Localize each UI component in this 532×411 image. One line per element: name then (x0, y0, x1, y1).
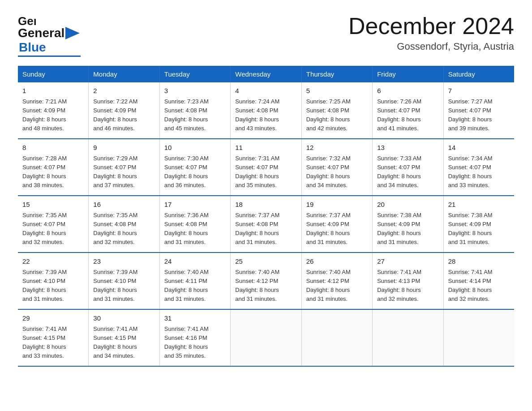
calendar-cell: 1 Sunrise: 7:21 AM Sunset: 4:09 PM Dayli… (18, 82, 89, 139)
day-number: 24 (164, 257, 226, 267)
logo: General General Blue (18, 13, 81, 57)
logo-underline (18, 56, 81, 57)
day-number: 25 (235, 257, 296, 267)
day-number: 30 (93, 313, 154, 324)
calendar-cell: 7 Sunrise: 7:27 AM Sunset: 4:07 PM Dayli… (443, 82, 514, 139)
day-info: Sunrise: 7:29 AM Sunset: 4:07 PM Dayligh… (93, 154, 154, 190)
day-headers-row: Sunday Monday Tuesday Wednesday Thursday… (18, 66, 514, 82)
calendar-cell: 14 Sunrise: 7:34 AM Sunset: 4:07 PM Dayl… (443, 139, 514, 196)
day-info: Sunrise: 7:41 AM Sunset: 4:15 PM Dayligh… (22, 325, 84, 361)
day-info: Sunrise: 7:40 AM Sunset: 4:11 PM Dayligh… (164, 268, 226, 304)
logo-arrow-icon (65, 27, 80, 39)
calendar-cell: 28 Sunrise: 7:41 AM Sunset: 4:14 PM Dayl… (443, 253, 514, 309)
svg-marker-1 (65, 27, 80, 39)
day-info: Sunrise: 7:26 AM Sunset: 4:07 PM Dayligh… (377, 97, 438, 133)
calendar-cell: 30 Sunrise: 7:41 AM Sunset: 4:15 PM Dayl… (89, 309, 159, 366)
calendar-cell: 26 Sunrise: 7:40 AM Sunset: 4:12 PM Dayl… (301, 253, 372, 309)
calendar-header: Sunday Monday Tuesday Wednesday Thursday… (18, 66, 514, 82)
page-title: December 2024 (348, 13, 514, 39)
day-number: 15 (22, 200, 84, 210)
calendar-cell: 23 Sunrise: 7:39 AM Sunset: 4:10 PM Dayl… (89, 253, 159, 309)
day-number: 10 (164, 143, 226, 153)
day-number: 22 (22, 257, 84, 267)
day-number: 13 (377, 143, 438, 153)
day-info: Sunrise: 7:33 AM Sunset: 4:07 PM Dayligh… (377, 154, 438, 190)
title-area: December 2024 Gossendorf, Styria, Austri… (348, 13, 514, 52)
day-info: Sunrise: 7:22 AM Sunset: 4:09 PM Dayligh… (93, 97, 154, 133)
day-info: Sunrise: 7:40 AM Sunset: 4:12 PM Dayligh… (306, 268, 368, 304)
calendar-week-row: 1 Sunrise: 7:21 AM Sunset: 4:09 PM Dayli… (18, 82, 514, 139)
day-info: Sunrise: 7:40 AM Sunset: 4:12 PM Dayligh… (235, 268, 296, 304)
calendar-cell: 25 Sunrise: 7:40 AM Sunset: 4:12 PM Dayl… (231, 253, 301, 309)
calendar-cell: 6 Sunrise: 7:26 AM Sunset: 4:07 PM Dayli… (373, 82, 443, 139)
day-info: Sunrise: 7:28 AM Sunset: 4:07 PM Dayligh… (22, 154, 84, 190)
day-number: 23 (93, 257, 154, 267)
header-sunday: Sunday (18, 66, 89, 82)
calendar-cell: 9 Sunrise: 7:29 AM Sunset: 4:07 PM Dayli… (89, 139, 159, 196)
calendar-cell: 5 Sunrise: 7:25 AM Sunset: 4:08 PM Dayli… (301, 82, 372, 139)
day-info: Sunrise: 7:30 AM Sunset: 4:07 PM Dayligh… (164, 154, 226, 190)
calendar-cell: 31 Sunrise: 7:41 AM Sunset: 4:16 PM Dayl… (159, 309, 230, 366)
day-info: Sunrise: 7:41 AM Sunset: 4:15 PM Dayligh… (93, 325, 154, 361)
day-number: 1 (22, 86, 84, 96)
calendar-cell: 3 Sunrise: 7:23 AM Sunset: 4:08 PM Dayli… (159, 82, 230, 139)
calendar-cell: 13 Sunrise: 7:33 AM Sunset: 4:07 PM Dayl… (373, 139, 443, 196)
calendar-cell: 18 Sunrise: 7:37 AM Sunset: 4:08 PM Dayl… (231, 196, 301, 253)
day-number: 12 (306, 143, 368, 153)
day-info: Sunrise: 7:35 AM Sunset: 4:08 PM Dayligh… (93, 211, 154, 247)
calendar-cell: 29 Sunrise: 7:41 AM Sunset: 4:15 PM Dayl… (18, 309, 89, 366)
calendar-cell: 16 Sunrise: 7:35 AM Sunset: 4:08 PM Dayl… (89, 196, 159, 253)
header-monday: Monday (89, 66, 159, 82)
day-number: 31 (164, 313, 226, 324)
logo-blue-text: Blue (19, 40, 46, 55)
calendar-cell (373, 309, 443, 366)
day-number: 27 (377, 257, 438, 267)
calendar-cell: 19 Sunrise: 7:37 AM Sunset: 4:09 PM Dayl… (301, 196, 372, 253)
day-number: 5 (306, 86, 368, 96)
calendar-cell: 17 Sunrise: 7:36 AM Sunset: 4:08 PM Dayl… (159, 196, 230, 253)
calendar-cell: 2 Sunrise: 7:22 AM Sunset: 4:09 PM Dayli… (89, 82, 159, 139)
day-info: Sunrise: 7:27 AM Sunset: 4:07 PM Dayligh… (448, 97, 510, 133)
day-number: 9 (93, 143, 154, 153)
calendar-week-row: 15 Sunrise: 7:35 AM Sunset: 4:07 PM Dayl… (18, 196, 514, 253)
day-number: 11 (235, 143, 296, 153)
page-subtitle: Gossendorf, Styria, Austria (348, 41, 514, 52)
calendar-cell: 22 Sunrise: 7:39 AM Sunset: 4:10 PM Dayl… (18, 253, 89, 309)
day-number: 28 (448, 257, 510, 267)
day-info: Sunrise: 7:21 AM Sunset: 4:09 PM Dayligh… (22, 97, 84, 133)
calendar-cell: 27 Sunrise: 7:41 AM Sunset: 4:13 PM Dayl… (373, 253, 443, 309)
day-info: Sunrise: 7:41 AM Sunset: 4:14 PM Dayligh… (448, 268, 510, 304)
day-info: Sunrise: 7:37 AM Sunset: 4:08 PM Dayligh… (235, 211, 296, 247)
calendar-cell: 15 Sunrise: 7:35 AM Sunset: 4:07 PM Dayl… (18, 196, 89, 253)
day-info: Sunrise: 7:38 AM Sunset: 4:09 PM Dayligh… (377, 211, 438, 247)
day-number: 14 (448, 143, 510, 153)
day-number: 20 (377, 200, 438, 210)
calendar-cell: 12 Sunrise: 7:32 AM Sunset: 4:07 PM Dayl… (301, 139, 372, 196)
header-thursday: Thursday (301, 66, 372, 82)
calendar-table: Sunday Monday Tuesday Wednesday Thursday… (18, 66, 514, 367)
day-number: 2 (93, 86, 154, 96)
calendar-week-row: 29 Sunrise: 7:41 AM Sunset: 4:15 PM Dayl… (18, 309, 514, 366)
day-info: Sunrise: 7:39 AM Sunset: 4:10 PM Dayligh… (93, 268, 154, 304)
calendar-cell (231, 309, 301, 366)
header-wednesday: Wednesday (231, 66, 301, 82)
calendar-body: 1 Sunrise: 7:21 AM Sunset: 4:09 PM Dayli… (18, 82, 514, 366)
header-tuesday: Tuesday (159, 66, 230, 82)
day-info: Sunrise: 7:32 AM Sunset: 4:07 PM Dayligh… (306, 154, 368, 190)
day-number: 26 (306, 257, 368, 267)
calendar-cell: 24 Sunrise: 7:40 AM Sunset: 4:11 PM Dayl… (159, 253, 230, 309)
day-info: Sunrise: 7:24 AM Sunset: 4:08 PM Dayligh… (235, 97, 296, 133)
day-number: 4 (235, 86, 296, 96)
day-info: Sunrise: 7:37 AM Sunset: 4:09 PM Dayligh… (306, 211, 368, 247)
day-info: Sunrise: 7:41 AM Sunset: 4:13 PM Dayligh… (377, 268, 438, 304)
calendar-cell (301, 309, 372, 366)
day-info: Sunrise: 7:23 AM Sunset: 4:08 PM Dayligh… (164, 97, 226, 133)
day-number: 17 (164, 200, 226, 210)
logo-general-text: General (18, 26, 64, 40)
day-number: 6 (377, 86, 438, 96)
day-info: Sunrise: 7:31 AM Sunset: 4:07 PM Dayligh… (235, 154, 296, 190)
day-info: Sunrise: 7:38 AM Sunset: 4:09 PM Dayligh… (448, 211, 510, 247)
day-info: Sunrise: 7:34 AM Sunset: 4:07 PM Dayligh… (448, 154, 510, 190)
day-number: 16 (93, 200, 154, 210)
day-info: Sunrise: 7:36 AM Sunset: 4:08 PM Dayligh… (164, 211, 226, 247)
